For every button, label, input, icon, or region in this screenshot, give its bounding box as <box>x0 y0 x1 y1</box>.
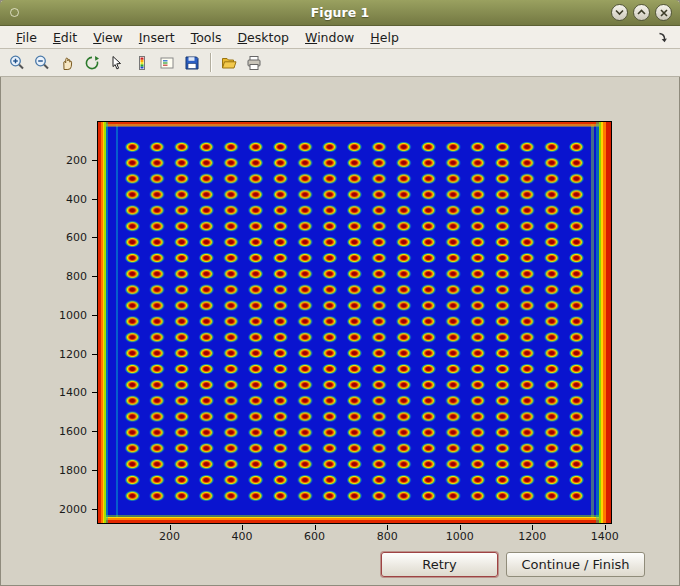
rotate-3d-icon <box>83 54 101 72</box>
menu-item-help[interactable]: Help <box>362 27 407 48</box>
print-button[interactable] <box>242 51 266 75</box>
window-title: Figure 1 <box>0 5 680 20</box>
menu-item-desktop[interactable]: Desktop <box>229 27 297 48</box>
x-axis-tick-mark <box>242 525 243 530</box>
y-axis-tick-label: 200 <box>53 153 87 166</box>
maximize-button[interactable] <box>633 4 650 21</box>
y-axis-tick-label: 1400 <box>53 386 87 399</box>
x-axis-tick-label: 200 <box>159 530 180 543</box>
menu-item-window[interactable]: Window <box>297 27 362 48</box>
x-axis-tick-mark <box>460 525 461 530</box>
y-axis-tick-label: 1200 <box>53 347 87 360</box>
save-icon <box>183 54 201 72</box>
open-folder-icon <box>220 54 238 72</box>
colorbar-icon <box>133 54 151 72</box>
colorbar-button[interactable] <box>130 51 154 75</box>
print-icon <box>245 54 263 72</box>
x-axis-tick-label: 1400 <box>591 530 619 543</box>
data-cursor-button[interactable] <box>105 51 129 75</box>
x-axis-tick-label: 800 <box>377 530 398 543</box>
y-axis-tick-label: 800 <box>53 270 87 283</box>
zoom-out-icon <box>33 54 51 72</box>
menu-items: FileEditViewInsertToolsDesktopWindowHelp <box>8 27 407 48</box>
x-axis-tick-label: 1000 <box>446 530 474 543</box>
menu-item-tools[interactable]: Tools <box>183 27 230 48</box>
pan-button[interactable] <box>55 51 79 75</box>
zoom-in-icon <box>8 54 26 72</box>
figure-window: { "window": { "title": "Figure 1", "cont… <box>0 0 680 586</box>
menu-item-edit[interactable]: Edit <box>45 27 85 48</box>
y-axis: 200400600800100012001400160018002000 <box>50 121 97 524</box>
save-button[interactable] <box>180 51 204 75</box>
zoom-out-button[interactable] <box>30 51 54 75</box>
x-axis-tick-mark <box>315 525 316 530</box>
figure-toolbar <box>0 49 680 77</box>
open-folder-button[interactable] <box>217 51 241 75</box>
legend-icon <box>158 54 176 72</box>
chevron-up-icon <box>637 9 646 16</box>
y-axis-tick-label: 2000 <box>53 502 87 515</box>
close-icon <box>660 9 668 17</box>
microarray-image <box>120 139 586 504</box>
chevron-down-icon <box>615 9 624 16</box>
continue-finish-button[interactable]: Continue / Finish <box>506 552 645 577</box>
x-axis: 200400600800100012001400 <box>97 525 612 545</box>
x-axis-tick-mark <box>170 525 171 530</box>
retry-button[interactable]: Retry <box>381 552 498 577</box>
y-axis-tick-label: 1800 <box>53 463 87 476</box>
x-axis-tick-label: 1200 <box>518 530 546 543</box>
toolbar-separator <box>210 53 211 72</box>
x-axis-tick-mark <box>387 525 388 530</box>
dock-figure-button[interactable] <box>657 28 672 47</box>
y-axis-tick-label: 1600 <box>53 425 87 438</box>
dock-arrow-icon <box>657 31 669 43</box>
plot-axes[interactable] <box>97 121 612 524</box>
legend-button[interactable] <box>155 51 179 75</box>
menu-item-view[interactable]: View <box>85 27 131 48</box>
menu-item-file[interactable]: File <box>8 27 45 48</box>
zoom-in-button[interactable] <box>5 51 29 75</box>
x-axis-tick-label: 400 <box>232 530 253 543</box>
shade-button[interactable] <box>611 4 628 21</box>
close-button[interactable] <box>655 4 672 21</box>
x-axis-tick-label: 600 <box>304 530 325 543</box>
data-cursor-icon <box>108 54 126 72</box>
menu-item-insert[interactable]: Insert <box>131 27 183 48</box>
y-axis-tick-label: 600 <box>53 231 87 244</box>
window-controls <box>611 4 672 21</box>
pan-hand-icon <box>58 54 76 72</box>
menu-bar: FileEditViewInsertToolsDesktopWindowHelp <box>0 26 680 49</box>
rotate-3d-button[interactable] <box>80 51 104 75</box>
y-axis-tick-label: 1000 <box>53 308 87 321</box>
title-bar[interactable]: Figure 1 <box>0 0 680 26</box>
x-axis-tick-mark <box>532 525 533 530</box>
y-axis-tick-label: 400 <box>53 192 87 205</box>
x-axis-tick-mark <box>605 525 606 530</box>
